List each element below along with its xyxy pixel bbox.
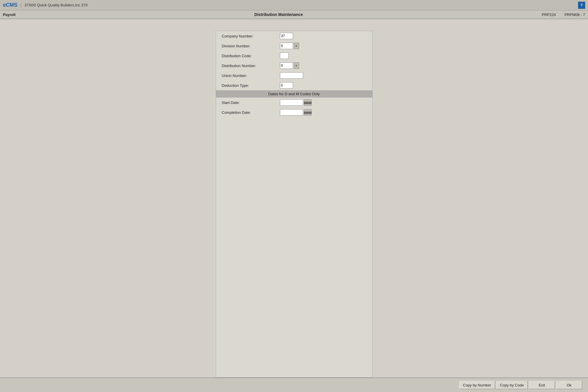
start-date-field: ▤▤▤ <box>280 99 366 106</box>
deduction-type-row: Deduction Type: <box>216 80 372 90</box>
title-bar: eCMS | 37/000 Quick Quality Builders,Inc… <box>0 0 588 10</box>
distribution-number-chevron[interactable]: < <box>294 62 299 69</box>
distribution-number-label: Distribution Number: <box>222 64 280 68</box>
deduction-type-field <box>280 82 366 89</box>
division-number-chevron[interactable]: < <box>294 43 299 49</box>
company-number-row: Company Number: <box>216 31 372 41</box>
completion-date-input[interactable] <box>280 109 303 116</box>
union-number-label: Union Number: <box>222 73 280 78</box>
union-number-row: Union Number: <box>216 71 372 80</box>
division-number-input[interactable] <box>280 43 293 49</box>
bottom-bar: Copy by Number Copy by Code Exit Ok <box>0 377 588 392</box>
deduction-type-label: Deduction Type: <box>222 83 280 88</box>
program-id: PRPM08 - 7 <box>564 12 585 17</box>
form-panel: Company Number: Division Number: < Distr… <box>216 31 373 377</box>
distribution-code-row: Distribution Code: <box>216 51 372 61</box>
main-content: Company Number: Division Number: < Distr… <box>0 19 588 377</box>
distribution-code-label: Distribution Code: <box>222 54 280 58</box>
module-name: Payroll <box>3 12 15 17</box>
company-number-field <box>280 33 366 39</box>
menu-bar: Payroll Distribution Maintenance PRP224 … <box>0 10 588 19</box>
ok-button[interactable]: Ok <box>556 381 582 389</box>
distribution-number-field: < <box>280 62 366 69</box>
distribution-code-input[interactable] <box>280 53 289 59</box>
completion-date-calendar-button[interactable]: ▤▤▤ <box>304 109 312 116</box>
union-number-input[interactable] <box>280 72 303 79</box>
completion-date-row: Completion Date: ▤▤▤ <box>216 107 372 117</box>
copy-by-code-button[interactable]: Copy by Code <box>496 381 528 389</box>
distribution-number-row: Distribution Number: < <box>216 61 372 71</box>
start-date-row: Start Date: ▤▤▤ <box>216 98 372 107</box>
app-logo: eCMS <box>3 2 17 8</box>
menu-bar-right: PRP224 PRPM08 - 7 <box>542 12 585 17</box>
help-button[interactable]: ? <box>578 2 585 9</box>
division-number-label: Division Number: <box>222 44 280 48</box>
deduction-type-input[interactable] <box>280 82 293 89</box>
division-number-row: Division Number: < <box>216 41 372 51</box>
company-info: 37/000 Quick Quality Builders,Inc 370 <box>24 3 88 7</box>
distribution-code-field <box>280 53 366 59</box>
exit-button[interactable]: Exit <box>529 381 555 389</box>
copy-by-number-button[interactable]: Copy by Number <box>459 381 495 389</box>
union-number-field <box>280 72 366 79</box>
company-number-input[interactable] <box>280 33 293 39</box>
page-title: Distribution Maintenance <box>15 12 542 17</box>
dates-section-header: Dates for D and M Codes Only <box>216 90 372 98</box>
distribution-number-input[interactable] <box>280 62 293 69</box>
start-date-calendar-button[interactable]: ▤▤▤ <box>304 99 312 106</box>
start-date-input[interactable] <box>280 99 303 106</box>
title-separator: | <box>20 3 21 8</box>
start-date-label: Start Date: <box>222 100 280 105</box>
program-code: PRP224 <box>542 12 556 17</box>
division-number-field: < <box>280 43 366 49</box>
company-number-label: Company Number: <box>222 34 280 38</box>
completion-date-field: ▤▤▤ <box>280 109 366 116</box>
completion-date-label: Completion Date: <box>222 110 280 115</box>
